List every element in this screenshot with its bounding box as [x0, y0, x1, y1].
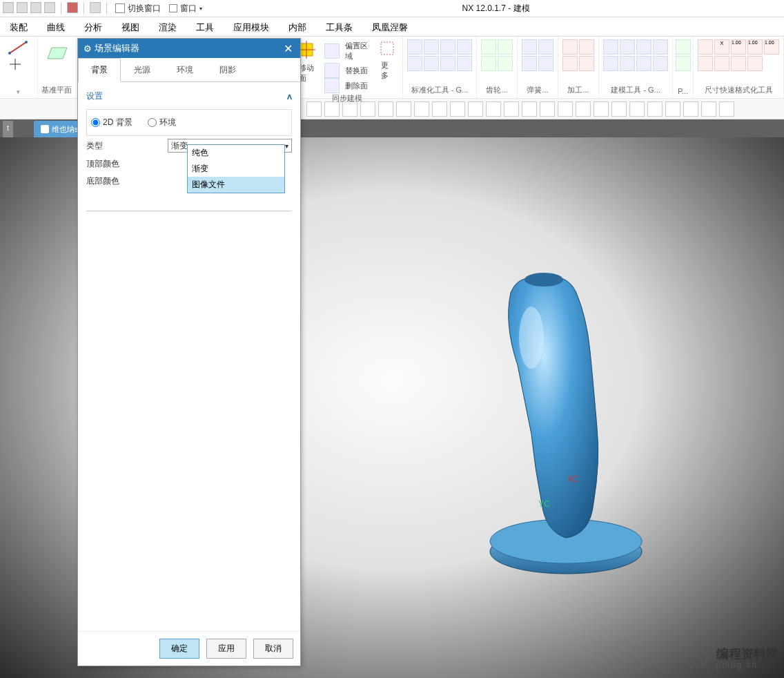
spring-icon[interactable] [522, 39, 537, 55]
t2-icon[interactable] [701, 101, 716, 117]
dialog-titlebar[interactable]: 场景编辑器 ✕ [78, 39, 300, 58]
t2-icon[interactable] [683, 101, 698, 117]
spring-icon[interactable] [522, 56, 537, 71]
mdl-icon[interactable] [603, 39, 618, 55]
p-icon[interactable] [676, 56, 691, 71]
dim-icon[interactable]: 1.00 [764, 39, 779, 55]
qa-icon[interactable] [3, 2, 14, 13]
dim-icon[interactable] [698, 39, 713, 55]
t2-icon[interactable] [360, 101, 375, 117]
std-icon[interactable] [407, 39, 422, 55]
gear-icon[interactable] [481, 56, 496, 71]
spring-icon[interactable] [538, 56, 553, 71]
qa-icon[interactable] [30, 2, 41, 13]
tab-background[interactable]: 背景 [78, 58, 121, 82]
t2-icon[interactable] [306, 101, 322, 117]
mdl-icon[interactable] [636, 56, 651, 71]
apply-button[interactable]: 应用 [206, 639, 246, 659]
mdl-icon[interactable] [653, 56, 668, 71]
document-tab-ghost[interactable]: t [3, 121, 13, 137]
t2-icon[interactable] [396, 101, 411, 117]
menu-toolbar[interactable]: 工具条 [316, 17, 362, 36]
mdl-icon[interactable] [603, 56, 618, 71]
dim-icon[interactable] [731, 56, 746, 71]
point-icon[interactable] [8, 57, 22, 71]
mdl-icon[interactable] [636, 39, 651, 55]
radio-2d-background[interactable]: 2D 背景 [91, 117, 133, 128]
menu-internal[interactable]: 内部 [279, 17, 316, 36]
gear-icon[interactable] [481, 39, 496, 55]
qa-icon[interactable] [17, 2, 28, 13]
radio-environment[interactable]: 环境 [148, 117, 176, 128]
qa-icon[interactable] [44, 2, 55, 13]
t2-icon[interactable] [468, 101, 483, 117]
dim-icon[interactable]: X [714, 39, 729, 55]
t2-icon[interactable] [540, 101, 555, 117]
t2-icon[interactable] [504, 101, 519, 117]
p-icon[interactable] [676, 39, 691, 55]
window-dropdown[interactable]: 窗口 ▾ [166, 2, 205, 14]
dropdown-option-image[interactable]: 图像文件 [188, 177, 284, 193]
cancel-button[interactable]: 取消 [253, 639, 293, 659]
dim-icon[interactable]: 1.00 [747, 39, 763, 55]
t2-icon[interactable] [719, 101, 734, 117]
tool-icon[interactable] [562, 56, 578, 71]
t2-icon[interactable] [665, 101, 680, 117]
tool-icon[interactable] [562, 39, 578, 55]
dropdown-option-solid[interactable]: 纯色 [188, 145, 284, 161]
menu-assembly[interactable]: 装配 [0, 17, 37, 36]
t2-icon[interactable] [378, 101, 393, 117]
std-icon[interactable] [424, 56, 439, 71]
menu-curve[interactable]: 曲线 [37, 17, 75, 36]
replace-face-button[interactable]: 替换面 [324, 63, 371, 78]
menu-view[interactable]: 视图 [112, 17, 149, 36]
offset-region-button[interactable]: 偏置区域 [324, 39, 377, 63]
dim-icon[interactable] [714, 56, 729, 71]
t2-icon[interactable] [558, 101, 573, 117]
gear-icon[interactable] [498, 39, 513, 55]
menu-tools[interactable]: 工具 [186, 17, 224, 36]
t2-icon[interactable] [629, 101, 645, 117]
switch-window-button[interactable]: 切换窗口 [112, 2, 164, 14]
gear-icon[interactable] [498, 56, 513, 71]
t2-icon[interactable] [486, 101, 501, 117]
t2-icon[interactable] [432, 101, 447, 117]
ok-button[interactable]: 确定 [159, 639, 199, 659]
std-icon[interactable] [457, 56, 472, 71]
dropdown-option-gradient[interactable]: 渐变 [188, 161, 284, 177]
mdl-icon[interactable] [653, 39, 668, 55]
spring-icon[interactable] [538, 39, 553, 55]
t2-icon[interactable] [522, 101, 537, 117]
close-icon[interactable]: ✕ [281, 42, 295, 55]
qa-icon[interactable] [67, 2, 78, 13]
mdl-icon[interactable] [620, 39, 635, 55]
t2-icon[interactable] [647, 101, 663, 117]
datum-plane-icon[interactable] [43, 39, 70, 66]
std-icon[interactable] [440, 56, 455, 71]
dim-icon[interactable] [698, 56, 713, 71]
t2-icon[interactable] [611, 101, 627, 117]
std-icon[interactable] [407, 56, 422, 71]
delete-face-button[interactable]: 删除面 [324, 78, 371, 93]
menu-phoenix[interactable]: 凤凰涅磐 [362, 17, 418, 36]
tab-light[interactable]: 光源 [121, 58, 164, 81]
std-icon[interactable] [440, 39, 455, 55]
menu-render[interactable]: 渲染 [149, 17, 186, 36]
tool-icon[interactable] [579, 39, 594, 55]
tab-environment[interactable]: 环境 [164, 58, 206, 81]
t2-icon[interactable] [594, 101, 609, 117]
qa-icon[interactable] [90, 2, 101, 13]
line-icon[interactable] [8, 39, 29, 56]
t2-icon[interactable] [414, 101, 429, 117]
dim-icon[interactable]: 1.00 [731, 39, 746, 55]
menu-analysis[interactable]: 分析 [75, 17, 112, 36]
t2-icon[interactable] [450, 101, 465, 117]
dim-icon[interactable] [747, 56, 763, 71]
menu-app-module[interactable]: 应用模块 [224, 17, 279, 36]
section-settings-header[interactable]: 设置 ʌ [86, 88, 292, 105]
more-icon[interactable] [378, 39, 396, 57]
std-icon[interactable] [424, 39, 439, 55]
std-icon[interactable] [457, 39, 472, 55]
tab-shadow[interactable]: 阴影 [206, 58, 249, 81]
radio-input[interactable] [91, 118, 100, 127]
